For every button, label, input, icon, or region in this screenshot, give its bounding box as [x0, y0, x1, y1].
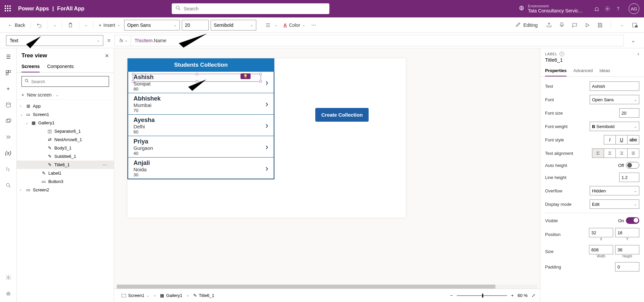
next-arrow-icon[interactable]: › — [265, 120, 268, 130]
next-arrow-icon[interactable]: › — [265, 141, 268, 152]
control-name-label[interactable]: Title6_1 — [540, 56, 644, 65]
new-screen-button[interactable]: + New screen ⌄ — [17, 90, 114, 100]
next-arrow-icon[interactable]: › — [265, 99, 268, 109]
align-button[interactable]: ⌄ — [263, 21, 279, 29]
tree-item-title6_1[interactable]: ✎Title6_1⋯ — [17, 161, 114, 169]
zoom-in-button[interactable]: + — [511, 293, 514, 298]
font-family-select[interactable]: Open Sans⌄ — [124, 20, 180, 31]
help-icon[interactable]: ? — [559, 52, 564, 56]
props-tab-advanced[interactable]: Advanced — [573, 65, 593, 76]
back-button[interactable]: ← Back — [6, 21, 27, 29]
fit-to-window-icon[interactable]: ⤢ — [532, 293, 535, 298]
user-avatar[interactable]: AG — [629, 3, 639, 14]
gallery-row[interactable]: AbhishekMumbai70› — [128, 93, 274, 115]
props-tab-properties[interactable]: Properties — [545, 65, 567, 76]
zoom-slider[interactable] — [457, 295, 507, 296]
prop-lineheight-input[interactable] — [619, 173, 639, 182]
align-left-button[interactable] — [592, 148, 604, 158]
settings-gear-icon[interactable] — [604, 5, 611, 12]
breadcrumb-gallery1[interactable]: ▦Gallery1 — [157, 292, 185, 299]
rail-advanced-tools-icon[interactable] — [5, 166, 12, 173]
align-right-button[interactable] — [615, 148, 628, 158]
app-canvas[interactable]: Students Collection AshishSonipat80›Abhi… — [127, 58, 406, 218]
comments-icon[interactable] — [571, 22, 578, 28]
tab-screens[interactable]: Screens — [21, 61, 40, 72]
gallery-row[interactable]: PriyaGurgaon40› — [128, 136, 274, 158]
rail-power-automate-icon[interactable] — [5, 133, 12, 141]
font-size-input[interactable] — [182, 20, 209, 31]
gallery-control[interactable]: AshishSonipat80›AbhishekMumbai70›AyeshaD… — [127, 72, 274, 179]
insert-button[interactable]: + Insert ⌄ — [97, 21, 122, 29]
prop-visible-toggle[interactable]: On — [618, 217, 639, 224]
rail-virtual-agent-icon[interactable] — [5, 290, 12, 297]
editing-mode-button[interactable]: Editing — [513, 20, 540, 30]
app-launcher-icon[interactable] — [5, 5, 11, 12]
undo-dropdown[interactable]: ⌄ — [51, 21, 58, 28]
property-selector[interactable]: Text ⌄ — [6, 35, 103, 46]
tree-item-nextarrow6_1[interactable]: ⇄NextArrow6_1 — [17, 135, 114, 144]
search-input[interactable] — [184, 6, 326, 11]
tree-item-button3[interactable]: ▭Button3 — [17, 177, 114, 186]
next-arrow-icon[interactable]: › — [265, 77, 268, 87]
prop-fontweight-select[interactable]: B Semibold⌄ — [590, 122, 639, 131]
align-center-button[interactable] — [604, 148, 616, 158]
share-icon[interactable] — [546, 22, 552, 28]
prop-fontsize-input[interactable] — [619, 108, 639, 118]
tree-item-gallery1[interactable]: ⌄▦Gallery1 — [17, 119, 114, 127]
props-tab-ideas[interactable]: Ideas — [599, 65, 610, 76]
panel-expand-icon[interactable]: › — [637, 51, 639, 57]
strikethrough-button[interactable]: abc — [627, 135, 639, 144]
tree-item-label1[interactable]: ✎Label1 — [17, 169, 114, 177]
paste-button[interactable] — [65, 21, 75, 29]
rail-media-icon[interactable] — [5, 117, 12, 125]
prop-pos-y-input[interactable] — [615, 228, 639, 237]
create-collection-button[interactable]: Create Collection — [315, 108, 369, 122]
fx-label[interactable]: fx⌄ — [115, 35, 131, 46]
prop-autoheight-toggle[interactable]: Off — [618, 162, 639, 169]
environment-name[interactable]: Tata Consultancy Servic… — [528, 8, 583, 13]
ideas-badge-icon[interactable]: 💡 — [240, 73, 251, 79]
formula-input[interactable]: ThisItem.Name — [131, 35, 624, 46]
canvas-area[interactable]: Students Collection AshishSonipat80›Abhi… — [114, 48, 540, 302]
tab-components[interactable]: Components — [47, 61, 73, 72]
publish-icon[interactable] — [631, 22, 638, 28]
breadcrumb-title6-1[interactable]: ✎Title6_1 — [191, 292, 217, 299]
tree-item-separator6_1[interactable]: ◫Separator6_1 — [17, 127, 114, 135]
save-icon[interactable] — [597, 22, 603, 28]
prop-font-select[interactable]: Open Sans⌄ — [590, 95, 639, 104]
notifications-icon[interactable] — [593, 5, 600, 12]
next-arrow-icon[interactable]: › — [265, 163, 268, 173]
tree-search[interactable] — [21, 76, 109, 87]
prop-overflow-select[interactable]: Hidden⌄ — [590, 186, 639, 195]
gallery-row[interactable]: AnjaliNoida30› — [128, 158, 274, 179]
rail-variables-icon[interactable]: (x) — [5, 149, 12, 157]
expand-formula-button[interactable]: ⌄ — [628, 37, 638, 44]
tree-item-screen2[interactable]: ›▭Screen2 — [17, 186, 114, 194]
prop-size-w-input[interactable] — [589, 245, 613, 254]
prop-pad-input[interactable] — [615, 262, 639, 271]
zoom-out-button[interactable]: − — [450, 293, 453, 298]
gallery-row[interactable]: AyeshaDelhi60› — [128, 115, 274, 136]
prop-text-input[interactable] — [590, 81, 639, 91]
horizontal-scrollbar[interactable] — [117, 285, 537, 289]
rail-tree-view-icon[interactable] — [5, 69, 12, 76]
prop-size-h-input[interactable] — [615, 245, 639, 254]
tree-item-app[interactable]: ›⊞App — [17, 102, 114, 110]
tree-search-input[interactable] — [31, 79, 106, 84]
global-search[interactable] — [172, 3, 329, 14]
close-panel-icon[interactable]: ✕ — [105, 53, 109, 59]
app-checker-icon[interactable] — [558, 22, 565, 28]
color-button[interactable]: A Color ⌄ — [281, 21, 307, 29]
prop-pos-x-input[interactable] — [589, 228, 613, 237]
help-icon[interactable] — [614, 5, 622, 12]
rail-search-icon[interactable] — [5, 182, 12, 189]
paste-dropdown[interactable]: ⌄ — [83, 21, 90, 28]
save-dropdown[interactable]: ⌄ — [619, 22, 625, 28]
tree-item-subtitle6_1[interactable]: ✎Subtitle6_1 — [17, 152, 114, 161]
align-justify-button[interactable] — [627, 148, 639, 158]
rail-settings-icon[interactable] — [5, 274, 12, 281]
rail-data-icon[interactable] — [5, 101, 12, 109]
environment-icon[interactable] — [519, 5, 525, 13]
underline-button[interactable]: U — [615, 135, 628, 144]
preview-play-icon[interactable] — [584, 22, 591, 28]
